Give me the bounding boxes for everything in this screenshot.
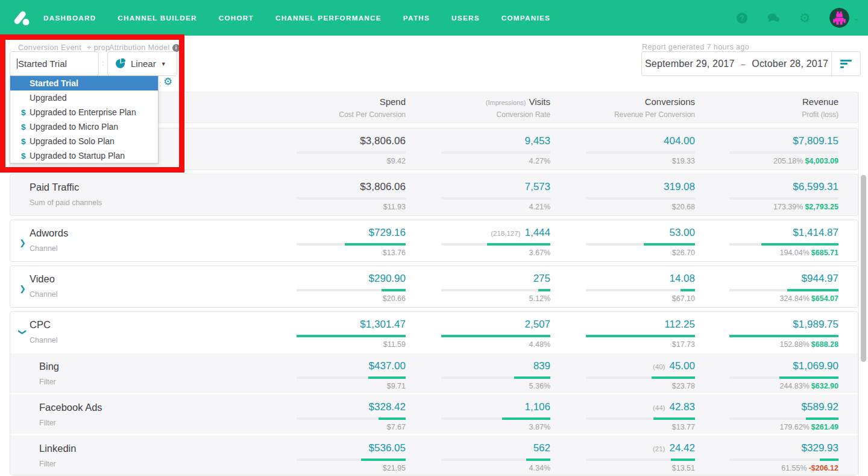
metric-value[interactable]: 24.42	[669, 442, 695, 454]
share-bar-fill	[586, 335, 695, 337]
row-name[interactable]: Facebook Ads	[39, 402, 261, 413]
share-bar	[297, 417, 406, 420]
metric-sub: $67.10	[672, 294, 695, 303]
metric-value[interactable]: $536.05	[369, 442, 406, 454]
metric-value-line: $1,414.87	[793, 227, 838, 239]
nav-item-companies[interactable]: COMPANIES	[502, 14, 550, 22]
metric-value[interactable]: $437.00	[369, 360, 406, 372]
chevron-right-icon[interactable]: ❯	[19, 284, 26, 293]
settings-gear-icon[interactable]: ⚙	[798, 11, 811, 25]
metric-value[interactable]: $1,989.75	[793, 319, 838, 331]
metric-sub: $13.51	[672, 464, 695, 472]
metric-value[interactable]: $1,414.87	[793, 227, 838, 239]
profit-line: 324.84%$654.07	[779, 294, 838, 303]
row-name[interactable]: Linkedin	[39, 443, 261, 454]
nav-item-channel-builder[interactable]: CHANNEL BUILDER	[118, 14, 197, 22]
metric-value[interactable]: 9,453	[524, 135, 550, 147]
date-range-picker[interactable]: September 29, 2017 – October 28, 2017	[641, 51, 861, 76]
metric-value-line: $3,806.06	[360, 181, 406, 193]
metric-cell: $3,806.06$9.42	[261, 129, 406, 170]
row-name[interactable]: CPC	[30, 319, 261, 331]
dropdown-item[interactable]: Started Trial	[10, 76, 158, 90]
share-bar-fill	[361, 459, 406, 461]
row-settings-gear-icon[interactable]: ⚙	[163, 75, 172, 88]
metric-value[interactable]: 275	[533, 273, 550, 285]
metric-cell: 5624.34%	[406, 436, 550, 475]
app-logo-icon[interactable]	[11, 8, 31, 28]
metric-value[interactable]: 1,444	[524, 227, 550, 239]
table-row: Paid TrafficSum of paid channels$3,806.0…	[10, 174, 858, 215]
dropdown-item-label: Upgraded	[30, 93, 67, 103]
metric-value[interactable]: $944.97	[802, 273, 838, 285]
user-avatar[interactable]	[829, 8, 849, 28]
metric-value[interactable]: 2,507	[524, 319, 550, 331]
filter-icon[interactable]	[832, 58, 860, 69]
secondary-count: (40)	[653, 363, 665, 370]
nav-item-cohort[interactable]: COHORT	[219, 14, 254, 22]
metric-cell: $290.90$20.66	[261, 266, 406, 307]
metric-value[interactable]: 319.08	[664, 181, 695, 193]
metric-value[interactable]: $328.42	[369, 401, 406, 413]
attribution-model-select[interactable]: Linear ▼	[107, 51, 177, 76]
chevron-right-icon[interactable]: ❯	[19, 238, 26, 247]
profit-line: 173.39%$2,793.25	[773, 203, 838, 211]
row-name[interactable]: Video	[30, 273, 261, 285]
dollar-icon: $	[21, 122, 26, 132]
dollar-icon: $	[21, 108, 26, 117]
dropdown-item[interactable]: $Upgraded to Micro Plan	[10, 119, 158, 134]
metric-value[interactable]: $589.92	[802, 401, 838, 413]
add-prop-link[interactable]: + prop	[87, 43, 110, 52]
channel-row-card: ❯VideoChannel$290.90$20.662755.12%14.08$…	[10, 265, 858, 308]
dropdown-item[interactable]: $Upgraded to Startup Plan	[10, 148, 158, 163]
metric-value[interactable]: $1,301.47	[360, 319, 406, 331]
share-bar	[729, 376, 838, 379]
metric-value[interactable]: 7,573	[524, 181, 550, 193]
profit-percent: 194.04%	[779, 249, 809, 257]
metric-value[interactable]: $1,069.90	[793, 360, 838, 372]
help-icon[interactable]: ?	[735, 11, 749, 25]
metric-sub: 5.36%	[529, 382, 550, 390]
metric-value[interactable]: $6,599.31	[793, 181, 838, 193]
info-icon[interactable]: i	[172, 44, 180, 52]
chat-icon[interactable]	[767, 11, 780, 25]
metric-value[interactable]: 42.83	[669, 401, 695, 413]
share-bar	[441, 151, 550, 154]
row-name[interactable]: Bing	[39, 361, 261, 372]
metric-value[interactable]: $7,809.15	[793, 135, 838, 147]
metric-cell: $3,806.06$11.93	[261, 174, 406, 215]
dropdown-item[interactable]: Upgraded	[10, 90, 158, 105]
metric-value[interactable]: 112.25	[664, 319, 695, 331]
nav-item-channel-performance[interactable]: CHANNEL PERFORMANCE	[275, 14, 382, 22]
metric-value[interactable]: 562	[533, 442, 550, 454]
table-row: LinkedinFilter$536.05$21.955624.34%(21)2…	[10, 436, 858, 475]
table-row: Facebook AdsFilter$328.42$7.671,1063.87%…	[10, 395, 858, 434]
metric-value[interactable]: $729.16	[369, 227, 406, 239]
nav-item-dashboard[interactable]: DASHBOARD	[43, 14, 96, 22]
dropdown-item[interactable]: $Upgraded to Solo Plan	[10, 134, 158, 148]
profit-percent: 173.39%	[773, 203, 803, 211]
metric-value[interactable]: 404.00	[664, 135, 695, 147]
nav-item-users[interactable]: USERS	[451, 14, 480, 22]
nav-item-paths[interactable]: PATHS	[403, 14, 430, 22]
metric-value[interactable]: 14.08	[669, 273, 695, 285]
metric-value[interactable]: 45.00	[669, 360, 695, 372]
conversion-event-input[interactable]: Started Trial	[10, 51, 99, 76]
chevron-down-icon[interactable]: ❯	[18, 329, 27, 335]
metric-value[interactable]: 839	[533, 360, 550, 372]
metric-value[interactable]: 53.00	[669, 227, 695, 239]
metric-value[interactable]: 1,106	[524, 401, 550, 413]
account-chevron-down-icon[interactable]: ⌄	[853, 13, 860, 22]
metric-value[interactable]: $290.90	[369, 273, 406, 285]
scrollbar-track[interactable]	[858, 84, 868, 476]
metric-sub: 3.87%	[529, 423, 550, 431]
share-bar	[729, 243, 838, 246]
dropdown-item-label: Upgraded to Solo Plan	[30, 136, 115, 146]
metric-value[interactable]: $329.93	[802, 442, 838, 454]
scrollbar-thumb[interactable]	[861, 175, 866, 362]
share-bar-fill	[441, 335, 550, 337]
channel-row-card: ❯AdwordsChannel$729.16$13.76(218,127)1,4…	[10, 220, 858, 262]
dropdown-item[interactable]: $Upgraded to Enterprise Plan	[10, 105, 158, 119]
row-name[interactable]: Adwords	[30, 227, 261, 239]
metric-sub: $17.73	[672, 340, 695, 349]
metric-sub: $19.33	[672, 157, 695, 165]
